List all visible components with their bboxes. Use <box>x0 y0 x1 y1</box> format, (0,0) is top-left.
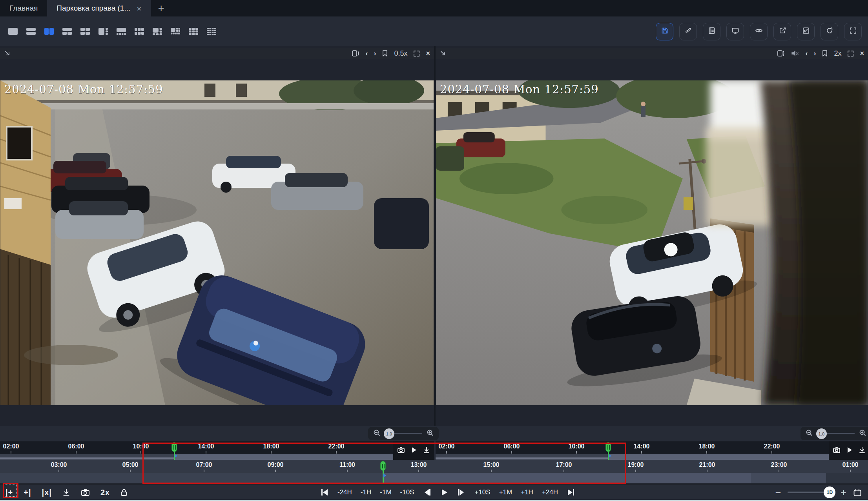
next-icon[interactable]: › <box>374 50 376 57</box>
layout-4x4-button[interactable] <box>205 26 218 37</box>
jump-fwd-24h[interactable]: +24H <box>542 488 558 496</box>
panel-list-button[interactable] <box>703 23 720 40</box>
jump-back-1m[interactable]: -1M <box>380 488 391 496</box>
camera-icon[interactable] <box>397 446 405 455</box>
step-back-icon[interactable] <box>423 488 431 497</box>
playhead[interactable] <box>171 442 177 460</box>
zoom-slider[interactable]: 1.0 <box>385 433 422 434</box>
tick-label: 05:00 <box>122 461 139 468</box>
layout-1+4-bottom-button[interactable] <box>115 26 128 37</box>
jump-fwd-10s[interactable]: +10S <box>474 488 490 496</box>
layout-3x3-button[interactable] <box>187 26 200 37</box>
zoom-slider-handle[interactable]: 1.0 <box>384 428 394 439</box>
speed-badge[interactable]: 0.5x <box>394 50 407 57</box>
tab-close-icon[interactable]: × <box>137 4 141 13</box>
download-icon[interactable] <box>859 446 866 455</box>
export-button[interactable] <box>773 23 791 40</box>
layout-2-rows-button[interactable] <box>24 26 38 37</box>
clear-button[interactable] <box>679 23 697 40</box>
jump-fwd-1m[interactable]: +1M <box>499 488 512 496</box>
frame-mode-icon[interactable] <box>352 50 359 57</box>
calendar-icon[interactable] <box>853 488 862 497</box>
view-button[interactable] <box>750 23 768 40</box>
range-slider[interactable]: 1D <box>788 492 834 493</box>
play-icon[interactable] <box>411 446 417 455</box>
bookmark-icon[interactable] <box>822 50 828 57</box>
playhead-combined[interactable] <box>380 461 386 483</box>
speed-button[interactable]: 2x <box>100 488 110 497</box>
tick-label: 10:00 <box>569 443 585 450</box>
layout-2x2-button[interactable] <box>78 26 92 37</box>
timeline-track[interactable]: 02:00 06:00 10:00 14:00 18:00 22:00 <box>0 441 393 454</box>
video-right[interactable]: 2024-07-08 Mon 12:57:59 <box>436 80 868 405</box>
clear-marks-button[interactable]: |x| <box>42 488 52 497</box>
corner-arrow-icon[interactable] <box>439 50 447 57</box>
layout-2-cols-button[interactable] <box>42 26 56 37</box>
corner-arrow-icon[interactable] <box>4 50 11 57</box>
layout-1+2-button[interactable] <box>60 26 74 37</box>
recording-band[interactable] <box>436 454 829 460</box>
refresh-button[interactable] <box>821 23 838 40</box>
skip-end-icon[interactable] <box>567 488 575 497</box>
magnifier-minus-icon[interactable] <box>373 429 381 438</box>
tab-home[interactable]: Главная <box>0 0 47 16</box>
camera-panel-left[interactable]: ‹ › 0.5x × <box>0 46 434 426</box>
fullscreen-button[interactable] <box>844 23 862 40</box>
expand-icon[interactable] <box>847 50 854 57</box>
jump-back-10s[interactable]: -10S <box>400 488 414 496</box>
jump-back-1h[interactable]: -1H <box>361 488 371 496</box>
layout-3x2-button[interactable] <box>133 26 146 37</box>
close-icon[interactable]: × <box>860 50 864 57</box>
camera-panel-right[interactable]: ‹ › 2x × <box>436 46 868 426</box>
skip-start-icon[interactable] <box>320 488 329 497</box>
lock-icon[interactable] <box>120 488 128 496</box>
resize-button[interactable] <box>797 23 815 40</box>
layout-1+3-right-button[interactable] <box>97 26 110 37</box>
range-plus-button[interactable]: + <box>841 488 846 497</box>
download-icon[interactable] <box>62 488 70 496</box>
tab-parking[interactable]: Парковка справа (1... × <box>47 0 151 16</box>
prev-icon[interactable]: ‹ <box>365 50 368 57</box>
camera-icon[interactable] <box>833 446 841 455</box>
jump-fwd-1h[interactable]: +1H <box>521 488 533 496</box>
recording-band[interactable] <box>0 454 393 460</box>
tick-label: 22:00 <box>328 443 345 450</box>
magnifier-plus-icon[interactable] <box>426 429 434 438</box>
timeline-track-combined[interactable]: 03:00 05:00 07:00 09:00 11:00 13:00 15:0… <box>0 460 868 473</box>
bookmark-icon[interactable] <box>382 50 388 57</box>
tick-label: 18:00 <box>263 443 279 450</box>
play-icon[interactable] <box>846 446 853 455</box>
step-forward-icon[interactable] <box>457 488 466 497</box>
close-icon[interactable]: × <box>426 50 430 57</box>
camera-icon[interactable] <box>81 488 90 496</box>
range-controls: − 1D + <box>775 488 862 497</box>
layout-1+9-button[interactable] <box>169 26 182 37</box>
playhead[interactable] <box>605 442 611 460</box>
tab-bar: Главная Парковка справа (1... × + <box>0 0 868 16</box>
timeline-track[interactable]: 02:00 06:00 10:00 14:00 18:00 22:00 <box>436 441 829 454</box>
magnifier-plus-icon[interactable] <box>859 429 866 438</box>
range-minus-button[interactable]: − <box>775 488 781 497</box>
layout-1-button[interactable] <box>6 26 20 37</box>
jump-back-24h[interactable]: -24H <box>337 488 352 496</box>
frame-mode-icon[interactable] <box>777 50 785 57</box>
magnifier-minus-icon[interactable] <box>805 429 813 438</box>
prev-icon[interactable]: ‹ <box>805 50 808 57</box>
video-left[interactable]: 2024-07-08 Mon 12:57:59 <box>0 80 434 405</box>
zoom-slider-handle[interactable]: 1.0 <box>816 428 827 439</box>
monitor-button[interactable] <box>726 23 744 40</box>
mark-out-button[interactable]: +| <box>24 488 31 497</box>
recording-band-combined[interactable] <box>0 473 868 483</box>
mark-in-button[interactable]: |+ <box>5 488 13 497</box>
layout-1+7-button[interactable] <box>151 26 164 37</box>
range-slider-handle[interactable]: 1D <box>824 486 835 498</box>
zoom-slider[interactable]: 1.0 <box>817 433 855 434</box>
next-icon[interactable]: › <box>813 50 816 57</box>
muted-speaker-icon[interactable] <box>791 50 799 57</box>
new-tab-button[interactable]: + <box>151 0 171 16</box>
play-icon[interactable] <box>440 488 449 497</box>
speed-badge[interactable]: 2x <box>834 50 841 57</box>
expand-icon[interactable] <box>413 50 420 57</box>
download-icon[interactable] <box>423 446 430 455</box>
save-button[interactable] <box>656 23 673 40</box>
